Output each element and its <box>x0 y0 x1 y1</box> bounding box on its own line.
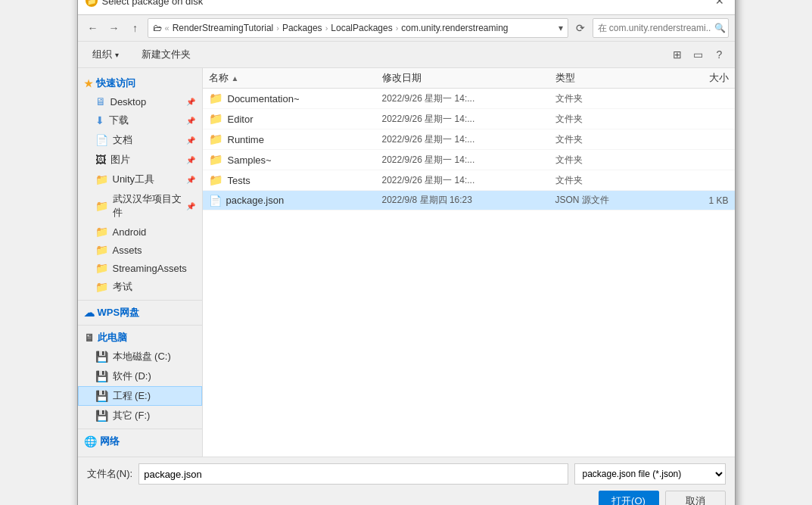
table-row[interactable]: 📁 Samples~ 2022/9/26 星期一 14:... 文件夹 <box>203 150 735 170</box>
exam-folder-icon: 📁 <box>95 281 108 293</box>
file-type-cell: 文件夹 <box>555 113 671 126</box>
organize-button[interactable]: 组织 ▾ <box>84 45 127 64</box>
forward-button[interactable]: → <box>105 19 123 37</box>
breadcrumb-item-3: com.unity.renderstreaming <box>401 23 508 33</box>
pc-label: 此电脑 <box>98 331 127 344</box>
view-toggle-button[interactable]: ⊞ <box>668 45 686 64</box>
breadcrumb-item-0: RenderStreamingTutorial <box>173 23 274 33</box>
col-date-header[interactable]: 修改日期 <box>382 71 555 85</box>
sidebar-item-drive-d[interactable]: 💾 软件 (D:) <box>78 366 202 386</box>
breadcrumb-folder-icon: 🗁 <box>153 23 162 33</box>
sidebar: ★ 快速访问 🖥 Desktop 📌 ⬇ 下载 📌 📄 文档 📌 🖼 图片 <box>78 68 203 457</box>
help-button[interactable]: ? <box>711 45 729 64</box>
filetype-select[interactable]: package.json file (*.json) <box>574 463 726 485</box>
action-row: 打开(O) 取消 <box>87 491 726 505</box>
sidebar-item-drive-c[interactable]: 💾 本地磁盘 (C:) <box>78 347 202 366</box>
android-folder-icon: 📁 <box>95 226 108 238</box>
sidebar-item-label-d: 软件 (D:) <box>113 369 151 383</box>
quick-access-label: 快速访问 <box>96 76 135 90</box>
sidebar-item-unity[interactable]: 📁 Unity工具 📌 <box>78 170 202 189</box>
sidebar-divider-3 <box>78 429 202 429</box>
col-name-header[interactable]: 名称 ▲ <box>209 71 382 85</box>
filename-label: 文件名(N): <box>87 467 133 481</box>
streaming-folder-icon: 📁 <box>95 262 108 274</box>
sidebar-item-label-exam: 考试 <box>113 280 132 294</box>
sidebar-item-exam[interactable]: 📁 考试 <box>78 277 202 297</box>
drive-e-icon: 💾 <box>95 390 108 402</box>
file-name-cell: 📁 Tests <box>209 173 382 187</box>
file-type-cell: 文件夹 <box>555 174 671 187</box>
filename-row: 文件名(N): package.json file (*.json) <box>87 463 726 485</box>
table-row[interactable]: 📁 Runtime 2022/9/26 星期一 14:... 文件夹 <box>203 129 735 150</box>
sidebar-item-docs[interactable]: 📄 文档 📌 <box>78 130 202 150</box>
pc-header[interactable]: 🖥 此电脑 <box>78 329 202 347</box>
nav-bar: ← → ↑ 🗁 « RenderStreamingTutorial › Pack… <box>78 15 735 42</box>
sidebar-item-assets[interactable]: 📁 Assets <box>78 241 202 259</box>
sidebar-item-pics[interactable]: 🖼 图片 📌 <box>78 150 202 170</box>
sidebar-item-drive-f[interactable]: 💾 其它 (F:) <box>78 406 202 426</box>
wps-header[interactable]: ☁ WPS网盘 <box>78 304 202 322</box>
toolbar-right: ⊞ ▭ ? <box>668 45 729 64</box>
pc-icon: 🖥 <box>84 332 95 344</box>
network-header[interactable]: 🌐 网络 <box>78 432 202 450</box>
sidebar-item-label-download: 下载 <box>109 114 129 127</box>
table-row[interactable]: 📁 Documentation~ 2022/9/26 星期一 14:... 文件… <box>203 89 735 109</box>
star-icon: ★ <box>84 78 93 89</box>
pin-icon-pics: 📌 <box>186 156 195 164</box>
new-folder-button[interactable]: 新建文件夹 <box>133 45 199 64</box>
col-size-header[interactable]: 大小 <box>670 71 728 85</box>
table-row[interactable]: 📁 Editor 2022/9/26 星期一 14:... 文件夹 <box>203 109 735 129</box>
filename-input[interactable] <box>138 463 568 485</box>
sidebar-item-label-assets: Assets <box>113 245 142 256</box>
view-pane-button[interactable]: ▭ <box>689 45 708 64</box>
network-label: 网络 <box>100 435 120 448</box>
folder-icon: 📁 <box>209 153 223 167</box>
organize-label: 组织 <box>92 48 112 61</box>
sidebar-item-label-unity: Unity工具 <box>113 173 155 186</box>
desktop-folder-icon: 🖥 <box>95 95 106 108</box>
back-button[interactable]: ← <box>84 19 102 37</box>
docs-folder-icon: 📄 <box>95 134 108 146</box>
close-button[interactable]: ✕ <box>712 0 727 8</box>
file-date-cell: 2022/9/26 星期一 14:... <box>382 154 555 167</box>
drive-c-icon: 💾 <box>95 351 108 363</box>
pin-icon-wuhan: 📌 <box>186 202 195 210</box>
sidebar-divider-1 <box>78 300 202 301</box>
sidebar-item-streaming[interactable]: 📁 StreamingAssets <box>78 259 202 277</box>
sidebar-divider-2 <box>78 325 202 326</box>
breadcrumb[interactable]: 🗁 « RenderStreamingTutorial › Packages ›… <box>148 18 568 38</box>
dialog-title: Select package on disk <box>102 0 204 7</box>
col-type-header[interactable]: 类型 <box>555 71 671 85</box>
refresh-button[interactable]: ⟳ <box>571 19 590 37</box>
sidebar-item-wuhan[interactable]: 📁 武汉汉华项目文件 📌 <box>78 189 202 223</box>
search-input[interactable] <box>598 23 711 33</box>
file-area: 名称 ▲ 修改日期 类型 大小 📁 Documentation~ <box>203 68 735 457</box>
file-name-cell: 📁 Editor <box>209 112 382 126</box>
sidebar-item-desktop[interactable]: 🖥 Desktop 📌 <box>78 92 202 111</box>
sidebar-item-label-f: 其它 (F:) <box>113 409 151 422</box>
file-date-cell: 2022/9/26 星期一 14:... <box>382 92 555 105</box>
breadcrumb-item-2: LocalPackages <box>331 23 392 33</box>
file-name-text: Tests <box>228 175 250 186</box>
up-button[interactable]: ↑ <box>126 19 145 37</box>
sidebar-item-label-e: 工程 (E:) <box>113 389 151 403</box>
file-dialog: 📁 Select package on disk ✕ ← → ↑ 🗁 « Ren… <box>77 0 736 505</box>
table-row[interactable]: 📁 Tests 2022/9/26 星期一 14:... 文件夹 <box>203 170 735 191</box>
title-bar: 📁 Select package on disk ✕ <box>78 0 735 15</box>
sidebar-item-drive-e[interactable]: 💾 工程 (E:) <box>78 386 202 406</box>
folder-icon: 📁 <box>209 132 223 146</box>
file-name-cell: 📄 package.json <box>209 195 382 207</box>
breadcrumb-dropdown[interactable]: ▾ <box>558 23 563 33</box>
sidebar-item-download[interactable]: ⬇ 下载 📌 <box>78 111 202 130</box>
pin-icon-docs: 📌 <box>186 136 195 145</box>
pin-icon-desktop: 📌 <box>186 98 195 106</box>
quick-access-header[interactable]: ★ 快速访问 <box>78 74 202 92</box>
table-row[interactable]: 📄 package.json 2022/9/8 星期四 16:23 JSON 源… <box>203 191 735 210</box>
file-name-text: Runtime <box>228 134 264 145</box>
col-size-label: 大小 <box>709 72 729 83</box>
open-button[interactable]: 打开(O) <box>599 491 659 505</box>
cancel-button[interactable]: 取消 <box>665 491 726 505</box>
sidebar-item-label-android: Android <box>113 226 147 238</box>
file-size-cell: 1 KB <box>670 195 728 206</box>
sidebar-item-android[interactable]: 📁 Android <box>78 223 202 241</box>
